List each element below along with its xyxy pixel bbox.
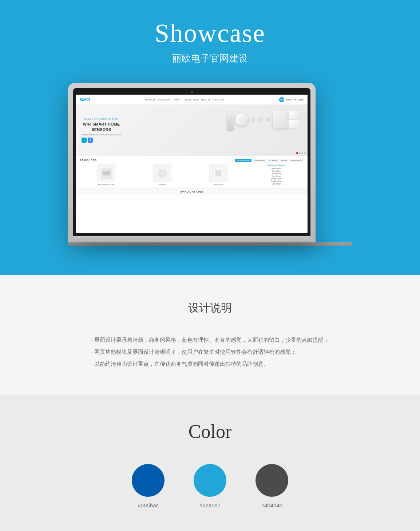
design-section-title: 设计说明 [73, 301, 347, 316]
mockup-sidebar-list: Water Sensor Siren Alarm Power Plug Door… [249, 167, 304, 185]
design-section: 设计说明 - 界面设计秉承着清新，商务的风格，蓝色有理性、商务的感觉，大面积的留… [0, 275, 420, 395]
tab-smart-home: Smart Home Kits [289, 159, 304, 162]
mockup-banner-label: HOME AUTOMATION SYSTEM [82, 118, 121, 120]
hero-subtitle: 丽欧电子官网建设 [7, 52, 413, 65]
sidebar-power-plug: Power Plug [249, 173, 304, 175]
hero-section: Showcase 丽欧电子官网建设 NEO [0, 0, 420, 275]
product-img-1 [97, 164, 115, 182]
mockup-nav: NEO PRODUCTS APPLICATIONS SUPPORT AGENTS… [76, 95, 308, 105]
product-name-3: Water sensor [192, 183, 245, 185]
color-swatch-1: #005bac [132, 464, 165, 508]
nav-contact: CONTACT US [213, 99, 224, 101]
product-stack-1 [289, 111, 300, 119]
nav-support: SUPPORT [173, 99, 182, 101]
nav-applications: APPLICATIONS [158, 99, 171, 101]
laptop-wrapper: NEO PRODUCTS APPLICATIONS SUPPORT AGENTS… [7, 83, 413, 246]
color-hex-2: #22a5d7 [194, 502, 226, 508]
mockup-tabs: WiFi Smart Devices Z-Wave Devices IP CAM… [235, 159, 304, 162]
mockup-applications-title: APPLICATIONS [80, 190, 304, 193]
color-hex-1: #005bac [132, 502, 165, 508]
mockup-applications-section: APPLICATIONS [76, 188, 308, 195]
sidebar-water-sensor: Water Sensor [249, 167, 304, 170]
product-visual-stack [289, 111, 300, 128]
tuya-icon: t [82, 138, 87, 143]
hero-slider-dots [296, 152, 306, 154]
tab-ip-camera: IP CAMERA [267, 159, 279, 162]
product-stack-2 [289, 120, 300, 128]
laptop-camera [191, 91, 193, 93]
sidebar-siren-alarm: Siren Alarm [249, 170, 304, 173]
google-icon: G [88, 138, 93, 143]
design-note-1: - 界面设计秉承着清新，商务的风格，蓝色有理性、商务的感觉，大面积的留白，少量的… [91, 334, 329, 346]
sidebar-light-switch: Light Switch [249, 183, 304, 185]
color-swatch-2: #22a5d7 [194, 464, 226, 508]
product-visual-1 [227, 108, 234, 130]
product-visual-3 [273, 110, 288, 128]
design-notes: - 界面设计秉承着清新，商务的风格，蓝色有理性、商务的感觉，大面积的留白，少量的… [91, 334, 329, 370]
color-circle-1 [132, 464, 165, 497]
mockup-products-section: PRODUCTS WiFi Smart Devices Z-Wave Devic… [76, 156, 308, 188]
color-swatches: #005bac #22a5d7 #4b4b4b [7, 464, 413, 508]
mockup-products-cards: Light Switch - EU 3 Gang [80, 164, 245, 185]
mockup-banner-support: SUPPORT: AMAZON ALEX, ECHO SHOW, GOOGLE … [82, 134, 121, 136]
mockup-hero-banner: HOME AUTOMATION SYSTEM WiFi SMART HOMESE… [76, 105, 308, 156]
design-note-3: - 以简约清爽为设计重点，在传达商务气质的同时传递出独特的品牌创意。 [91, 358, 329, 370]
dot-2 [299, 152, 301, 154]
sidebar-motion-sensor: Motion Sensor [249, 178, 304, 180]
mockup-products-sidebar: WiFi Smart Devices Water Sensor Siren Al… [249, 164, 304, 185]
mockup-sidebar-title: WiFi Smart Devices [249, 164, 304, 166]
product-dot-1 [251, 117, 255, 122]
color-section-title: Color [7, 421, 413, 442]
dot-1 [296, 152, 298, 154]
laptop-screen: NEO PRODUCTS APPLICATIONS SUPPORT AGENTS… [76, 95, 308, 233]
nav-agents: AGENTS [184, 99, 191, 101]
color-circle-2 [194, 464, 226, 497]
laptop-base [73, 236, 310, 242]
tab-zwave: Z-Wave Devices [252, 159, 266, 162]
mockup-products-inner: Light Switch - EU 3 Gang [80, 164, 304, 185]
tab-wifi-smart: WiFi Smart Devices [235, 159, 251, 162]
mockup-nav-links: PRODUCTS APPLICATIONS SUPPORT AGENTS NEW… [145, 99, 224, 101]
mockup-banner-title: WiFi SMART HOMESENSORS [82, 122, 121, 132]
nav-about: ABOUT US [201, 99, 210, 101]
sidebar-smoke-sensor: Smoke Sensor [249, 180, 304, 183]
product-img-2 [153, 164, 171, 182]
product-visual-2 [235, 113, 248, 126]
product-card-2: Siren Alarm [136, 164, 189, 185]
mockup-site: NEO PRODUCTS APPLICATIONS SUPPORT AGENTS… [76, 95, 308, 233]
mockup-products-header: PRODUCTS WiFi Smart Devices Z-Wave Devic… [80, 159, 304, 162]
product-name-1: Light Switch - EU 3 Gang [80, 183, 133, 185]
mockup-hero-icons: t G [82, 138, 121, 143]
dot-4 [304, 152, 306, 154]
tab-doorbell: Doorbell [280, 159, 289, 162]
color-swatch-3: #4b4b4b [255, 464, 288, 508]
product-card-1: Light Switch - EU 3 Gang [80, 164, 133, 185]
color-hex-3: #4b4b4b [255, 502, 288, 508]
dot-3 [301, 152, 303, 154]
mockup-hero-text: HOME AUTOMATION SYSTEM WiFi SMART HOMESE… [82, 118, 121, 143]
product-name-2: Siren Alarm [136, 183, 189, 185]
product-dot-3 [266, 117, 270, 122]
banner-products-visual [227, 108, 300, 130]
laptop-outer: NEO PRODUCTS APPLICATIONS SUPPORT AGENTS… [68, 83, 316, 242]
color-section: Color #005bac #22a5d7 #4b4b4b [0, 395, 420, 531]
mockup-logo: NEO [80, 97, 90, 102]
nav-products: PRODUCTS [145, 99, 155, 101]
mockup-products-title: PRODUCTS [80, 159, 97, 162]
hero-title: Showcase [7, 18, 413, 48]
sidebar-door-sensor: Door Sensor [249, 175, 304, 178]
product-card-3: Water sensor [192, 164, 245, 185]
mockup-lang: NEO Home | 中文 | English [279, 97, 304, 102]
product-dot-2 [258, 117, 263, 122]
product-img-3 [209, 164, 227, 182]
nav-news: NEWS [193, 99, 199, 101]
laptop-screen-bezel: NEO PRODUCTS APPLICATIONS SUPPORT AGENTS… [73, 88, 310, 236]
design-note-2: - 网页功能模块及界面设计清晰明了，使用户在繁忙时使用软件会有舒适轻松的感觉； [91, 346, 329, 358]
color-circle-3 [255, 464, 288, 497]
